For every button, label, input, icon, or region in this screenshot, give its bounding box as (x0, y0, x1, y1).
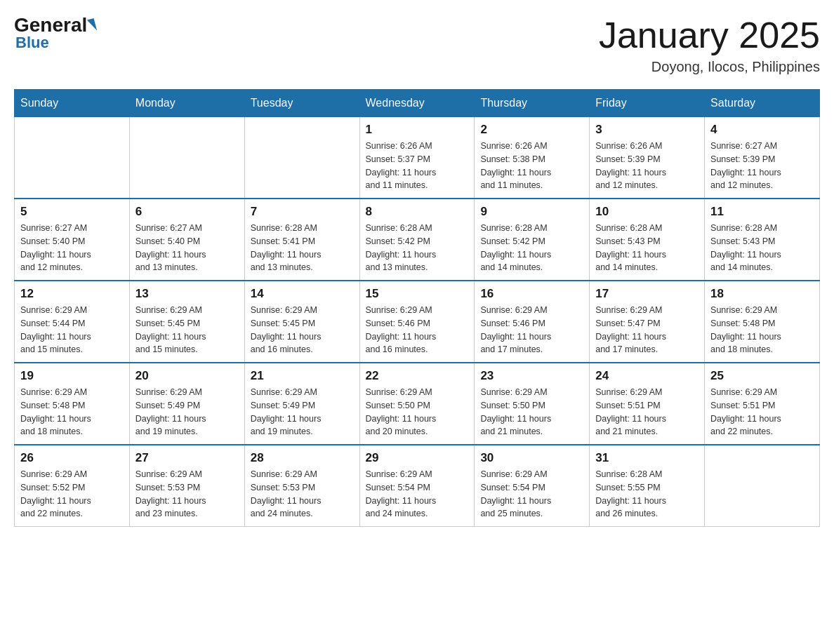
day-info: Sunrise: 6:26 AM Sunset: 5:39 PM Dayligh… (595, 140, 699, 192)
day-number: 3 (595, 123, 699, 137)
day-number: 25 (710, 369, 814, 383)
calendar-week-row: 1Sunrise: 6:26 AM Sunset: 5:37 PM Daylig… (15, 117, 820, 199)
day-info: Sunrise: 6:29 AM Sunset: 5:48 PM Dayligh… (710, 304, 814, 356)
day-info: Sunrise: 6:29 AM Sunset: 5:44 PM Dayligh… (20, 304, 124, 356)
logo: General Blue (14, 14, 95, 52)
day-number: 14 (251, 287, 354, 301)
calendar-cell: 29Sunrise: 6:29 AM Sunset: 5:54 PM Dayli… (359, 445, 475, 527)
calendar-cell: 23Sunrise: 6:29 AM Sunset: 5:50 PM Dayli… (475, 363, 590, 445)
calendar-cell: 1Sunrise: 6:26 AM Sunset: 5:37 PM Daylig… (359, 117, 475, 199)
day-number: 30 (480, 451, 583, 465)
day-info: Sunrise: 6:29 AM Sunset: 5:52 PM Dayligh… (20, 468, 124, 521)
day-number: 29 (366, 451, 469, 465)
calendar-cell: 8Sunrise: 6:28 AM Sunset: 5:42 PM Daylig… (359, 199, 475, 281)
day-number: 27 (135, 451, 239, 465)
day-number: 4 (710, 123, 814, 137)
day-info: Sunrise: 6:28 AM Sunset: 5:55 PM Dayligh… (595, 468, 699, 521)
month-title: January 2025 (599, 14, 820, 56)
day-number: 24 (595, 369, 699, 383)
day-info: Sunrise: 6:29 AM Sunset: 5:50 PM Dayligh… (480, 386, 583, 438)
calendar-cell: 28Sunrise: 6:29 AM Sunset: 5:53 PM Dayli… (244, 445, 359, 527)
day-number: 13 (135, 287, 239, 301)
day-number: 16 (480, 287, 583, 301)
day-info: Sunrise: 6:29 AM Sunset: 5:46 PM Dayligh… (480, 304, 583, 356)
calendar-cell: 18Sunrise: 6:29 AM Sunset: 5:48 PM Dayli… (705, 281, 820, 363)
calendar-week-row: 26Sunrise: 6:29 AM Sunset: 5:52 PM Dayli… (15, 445, 820, 527)
day-info: Sunrise: 6:29 AM Sunset: 5:47 PM Dayligh… (595, 304, 699, 356)
calendar-cell: 11Sunrise: 6:28 AM Sunset: 5:43 PM Dayli… (705, 199, 820, 281)
day-number: 11 (710, 205, 814, 219)
calendar-week-row: 12Sunrise: 6:29 AM Sunset: 5:44 PM Dayli… (15, 281, 820, 363)
calendar-header-tuesday: Tuesday (244, 90, 359, 117)
calendar-header-sunday: Sunday (15, 90, 130, 117)
calendar-header-friday: Friday (590, 90, 705, 117)
calendar-header-saturday: Saturday (705, 90, 820, 117)
location-subtitle: Doyong, Ilocos, Philippines (599, 59, 820, 75)
day-info: Sunrise: 6:29 AM Sunset: 5:49 PM Dayligh… (135, 386, 239, 438)
day-number: 1 (366, 123, 469, 137)
day-info: Sunrise: 6:29 AM Sunset: 5:51 PM Dayligh… (710, 386, 814, 438)
calendar-cell: 9Sunrise: 6:28 AM Sunset: 5:42 PM Daylig… (475, 199, 590, 281)
calendar-cell: 4Sunrise: 6:27 AM Sunset: 5:39 PM Daylig… (705, 117, 820, 199)
day-info: Sunrise: 6:29 AM Sunset: 5:48 PM Dayligh… (20, 386, 124, 438)
calendar-header-wednesday: Wednesday (359, 90, 475, 117)
day-number: 8 (366, 205, 469, 219)
day-info: Sunrise: 6:29 AM Sunset: 5:51 PM Dayligh… (595, 386, 699, 438)
day-number: 17 (595, 287, 699, 301)
calendar-header-monday: Monday (129, 90, 244, 117)
day-info: Sunrise: 6:29 AM Sunset: 5:53 PM Dayligh… (135, 468, 239, 521)
calendar-cell: 13Sunrise: 6:29 AM Sunset: 5:45 PM Dayli… (129, 281, 244, 363)
calendar-cell: 25Sunrise: 6:29 AM Sunset: 5:51 PM Dayli… (705, 363, 820, 445)
day-info: Sunrise: 6:27 AM Sunset: 5:39 PM Dayligh… (710, 140, 814, 192)
calendar-week-row: 5Sunrise: 6:27 AM Sunset: 5:40 PM Daylig… (15, 199, 820, 281)
logo-arrow-icon (87, 18, 97, 32)
calendar-cell: 17Sunrise: 6:29 AM Sunset: 5:47 PM Dayli… (590, 281, 705, 363)
calendar-header-thursday: Thursday (475, 90, 590, 117)
calendar-cell: 12Sunrise: 6:29 AM Sunset: 5:44 PM Dayli… (15, 281, 130, 363)
day-info: Sunrise: 6:29 AM Sunset: 5:45 PM Dayligh… (251, 304, 354, 356)
calendar-cell (244, 117, 359, 199)
calendar-cell: 7Sunrise: 6:28 AM Sunset: 5:41 PM Daylig… (244, 199, 359, 281)
day-info: Sunrise: 6:28 AM Sunset: 5:42 PM Dayligh… (480, 222, 583, 274)
day-number: 12 (20, 287, 124, 301)
day-info: Sunrise: 6:27 AM Sunset: 5:40 PM Dayligh… (135, 222, 239, 274)
day-number: 10 (595, 205, 699, 219)
calendar-week-row: 19Sunrise: 6:29 AM Sunset: 5:48 PM Dayli… (15, 363, 820, 445)
calendar-cell: 24Sunrise: 6:29 AM Sunset: 5:51 PM Dayli… (590, 363, 705, 445)
day-number: 23 (480, 369, 583, 383)
calendar-cell: 2Sunrise: 6:26 AM Sunset: 5:38 PM Daylig… (475, 117, 590, 199)
day-info: Sunrise: 6:29 AM Sunset: 5:54 PM Dayligh… (366, 468, 469, 521)
calendar-cell: 16Sunrise: 6:29 AM Sunset: 5:46 PM Dayli… (475, 281, 590, 363)
day-number: 19 (20, 369, 124, 383)
day-info: Sunrise: 6:26 AM Sunset: 5:37 PM Dayligh… (366, 140, 469, 192)
day-number: 31 (595, 451, 699, 465)
calendar-cell: 6Sunrise: 6:27 AM Sunset: 5:40 PM Daylig… (129, 199, 244, 281)
day-number: 5 (20, 205, 124, 219)
day-number: 22 (366, 369, 469, 383)
calendar-cell: 14Sunrise: 6:29 AM Sunset: 5:45 PM Dayli… (244, 281, 359, 363)
day-number: 26 (20, 451, 124, 465)
calendar-cell: 31Sunrise: 6:28 AM Sunset: 5:55 PM Dayli… (590, 445, 705, 527)
day-number: 15 (366, 287, 469, 301)
day-info: Sunrise: 6:26 AM Sunset: 5:38 PM Dayligh… (480, 140, 583, 192)
calendar-cell: 27Sunrise: 6:29 AM Sunset: 5:53 PM Dayli… (129, 445, 244, 527)
day-info: Sunrise: 6:29 AM Sunset: 5:54 PM Dayligh… (480, 468, 583, 521)
day-info: Sunrise: 6:27 AM Sunset: 5:40 PM Dayligh… (20, 222, 124, 274)
day-info: Sunrise: 6:28 AM Sunset: 5:41 PM Dayligh… (251, 222, 354, 274)
day-info: Sunrise: 6:29 AM Sunset: 5:45 PM Dayligh… (135, 304, 239, 356)
calendar-cell (129, 117, 244, 199)
logo-blue-text: Blue (15, 34, 49, 52)
calendar-cell: 21Sunrise: 6:29 AM Sunset: 5:49 PM Dayli… (244, 363, 359, 445)
day-info: Sunrise: 6:28 AM Sunset: 5:43 PM Dayligh… (595, 222, 699, 274)
day-info: Sunrise: 6:28 AM Sunset: 5:42 PM Dayligh… (366, 222, 469, 274)
calendar-cell: 30Sunrise: 6:29 AM Sunset: 5:54 PM Dayli… (475, 445, 590, 527)
calendar-cell: 3Sunrise: 6:26 AM Sunset: 5:39 PM Daylig… (590, 117, 705, 199)
calendar-cell: 22Sunrise: 6:29 AM Sunset: 5:50 PM Dayli… (359, 363, 475, 445)
calendar-cell: 19Sunrise: 6:29 AM Sunset: 5:48 PM Dayli… (15, 363, 130, 445)
calendar-cell: 10Sunrise: 6:28 AM Sunset: 5:43 PM Dayli… (590, 199, 705, 281)
day-info: Sunrise: 6:29 AM Sunset: 5:53 PM Dayligh… (251, 468, 354, 521)
calendar-cell: 15Sunrise: 6:29 AM Sunset: 5:46 PM Dayli… (359, 281, 475, 363)
day-number: 7 (251, 205, 354, 219)
calendar-header-row: SundayMondayTuesdayWednesdayThursdayFrid… (15, 90, 820, 117)
calendar-cell: 20Sunrise: 6:29 AM Sunset: 5:49 PM Dayli… (129, 363, 244, 445)
